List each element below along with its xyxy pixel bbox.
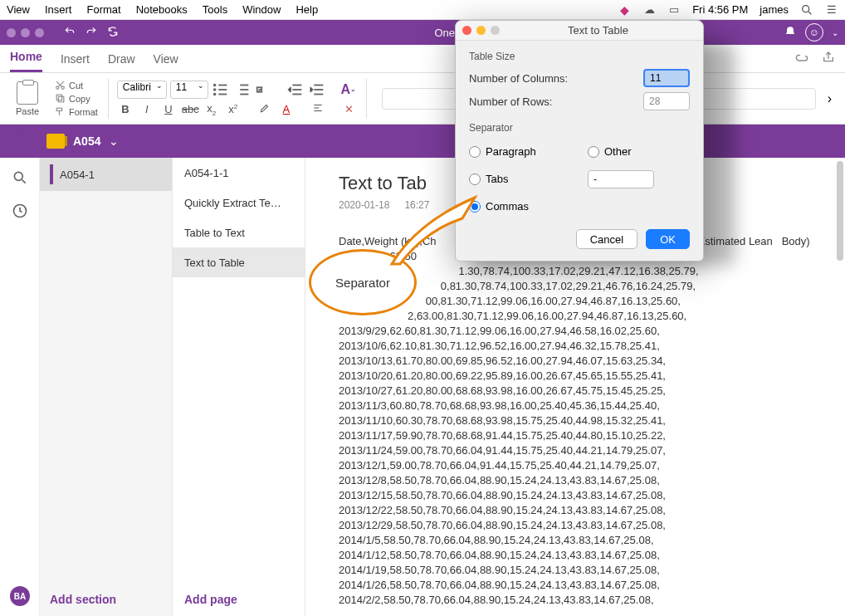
svg-rect-5 bbox=[56, 95, 62, 100]
dialog-window-controls[interactable] bbox=[462, 26, 500, 35]
font-name-select[interactable]: Calibri ⌄ bbox=[117, 81, 167, 99]
section-label: A054-1 bbox=[60, 169, 95, 181]
font-color-button[interactable]: A bbox=[278, 103, 295, 115]
add-section-button[interactable]: Add section bbox=[40, 583, 172, 616]
font-size-select[interactable]: 11 ⌄ bbox=[170, 81, 208, 99]
align-button[interactable] bbox=[310, 102, 326, 116]
avatar[interactable]: BA bbox=[10, 586, 30, 606]
page-item[interactable]: Table to Text bbox=[173, 218, 305, 247]
search-icon[interactable] bbox=[12, 169, 28, 189]
svg-line-1 bbox=[808, 12, 811, 14]
indent-button[interactable] bbox=[308, 81, 326, 98]
svg-point-28 bbox=[14, 172, 22, 180]
ribbon-overflow-icon[interactable]: › bbox=[821, 91, 838, 106]
clear-formatting-button[interactable]: ✕ bbox=[341, 103, 358, 115]
add-page-button[interactable]: Add page bbox=[173, 583, 305, 616]
menubar-user[interactable]: james bbox=[760, 3, 789, 16]
svg-point-0 bbox=[803, 5, 809, 12]
page-time: 16:27 bbox=[404, 199, 429, 211]
share-icon[interactable] bbox=[822, 51, 835, 67]
cut-button[interactable]: Cut bbox=[53, 79, 100, 91]
menu-tools[interactable]: Tools bbox=[203, 3, 227, 16]
svg-point-10 bbox=[214, 93, 216, 95]
page-item[interactable]: Text to Table bbox=[173, 247, 305, 277]
italic-button[interactable]: I bbox=[139, 103, 155, 115]
paste-button[interactable]: Paste bbox=[10, 81, 45, 116]
notebooks-icon[interactable] bbox=[12, 125, 28, 144]
outdent-button[interactable] bbox=[286, 81, 305, 98]
rows-label: Number of Rows: bbox=[469, 95, 552, 108]
text-to-table-dialog: Text to Table Table Size Number of Colum… bbox=[455, 20, 704, 262]
menu-notebooks[interactable]: Notebooks bbox=[136, 3, 188, 16]
copy-button[interactable]: Copy bbox=[53, 92, 100, 105]
ruby-icon[interactable]: ◆ bbox=[618, 3, 631, 17]
bullets-button[interactable] bbox=[212, 81, 230, 98]
svg-point-6 bbox=[214, 84, 216, 86]
menu-insert[interactable]: Insert bbox=[45, 3, 72, 16]
control-center-icon[interactable]: ☰ bbox=[825, 3, 838, 17]
separator-label: Separator bbox=[469, 122, 690, 134]
format-painter-button[interactable]: Format bbox=[53, 105, 100, 118]
chevron-down-icon[interactable]: ⌄ bbox=[109, 134, 119, 148]
tab-draw[interactable]: Draw bbox=[108, 46, 135, 72]
rows-input[interactable] bbox=[643, 92, 690, 110]
strike-button[interactable]: abc bbox=[182, 103, 198, 115]
menu-view[interactable]: View bbox=[7, 3, 30, 16]
cols-input[interactable] bbox=[643, 69, 690, 87]
scrollbar[interactable] bbox=[835, 158, 845, 616]
styles-button[interactable]: A⌄ bbox=[339, 81, 358, 98]
page-pane: A054-1-1 Quickly Extract Te… Table to Te… bbox=[173, 158, 305, 616]
spotlight-icon[interactable] bbox=[800, 3, 813, 17]
cancel-button[interactable]: Cancel bbox=[576, 229, 637, 249]
redo-icon[interactable] bbox=[85, 26, 97, 40]
svg-point-8 bbox=[214, 89, 216, 90]
macos-menubar: View Insert Format Notebooks Tools Windo… bbox=[0, 0, 845, 20]
radio-tabs[interactable]: Tabs bbox=[469, 173, 571, 185]
cols-label: Number of Columns: bbox=[469, 72, 568, 85]
dialog-title: Text to Table bbox=[500, 24, 696, 37]
superscript-button[interactable]: x2 bbox=[225, 103, 242, 115]
tab-insert[interactable]: Insert bbox=[61, 46, 90, 72]
format-label: Format bbox=[69, 107, 98, 117]
radio-other[interactable]: Other bbox=[588, 145, 690, 158]
menu-format[interactable]: Format bbox=[86, 3, 120, 16]
ok-button[interactable]: OK bbox=[646, 229, 690, 249]
paste-label: Paste bbox=[16, 106, 39, 116]
page-item[interactable]: A054-1-1 bbox=[173, 158, 305, 188]
copy-label: Copy bbox=[69, 94, 90, 104]
checklist-button[interactable] bbox=[255, 81, 273, 98]
cloud-icon[interactable]: ☁ bbox=[642, 3, 656, 17]
menubar-clock[interactable]: Fri 4:56 PM bbox=[692, 3, 748, 16]
underline-button[interactable]: U bbox=[160, 103, 177, 115]
notebook-name[interactable]: A054 bbox=[73, 134, 100, 148]
menu-window[interactable]: Window bbox=[242, 3, 281, 16]
undo-icon[interactable] bbox=[64, 26, 76, 40]
radio-commas[interactable]: Commas bbox=[469, 200, 571, 213]
page-body[interactable]: Date,Weight (kg),Ch m),Estimated Lean Bo… bbox=[339, 234, 845, 608]
chevron-down-icon[interactable]: ⌄ bbox=[832, 28, 838, 37]
tab-home[interactable]: Home bbox=[10, 43, 42, 72]
display-icon[interactable]: ▭ bbox=[667, 3, 681, 17]
sync-icon[interactable] bbox=[107, 26, 119, 40]
highlight-button[interactable] bbox=[256, 102, 273, 116]
app-titlebar: OneNote ☺ ⌄ bbox=[0, 20, 845, 45]
cloud-sync-icon[interactable] bbox=[795, 51, 808, 67]
notebook-icon bbox=[46, 134, 65, 149]
bell-icon[interactable] bbox=[784, 26, 797, 39]
window-controls[interactable] bbox=[7, 28, 44, 37]
radio-paragraph[interactable]: Paragraph bbox=[469, 145, 571, 158]
menu-help[interactable]: Help bbox=[296, 3, 318, 16]
svg-rect-25 bbox=[14, 127, 17, 138]
other-separator-input[interactable] bbox=[588, 170, 654, 188]
recent-icon[interactable] bbox=[12, 203, 28, 222]
feedback-icon[interactable]: ☺ bbox=[805, 23, 823, 42]
page-item[interactable]: Quickly Extract Te… bbox=[173, 188, 305, 218]
subscript-button[interactable]: x2 bbox=[203, 102, 220, 117]
dialog-titlebar[interactable]: Text to Table bbox=[456, 21, 703, 41]
nav-gutter: BA bbox=[0, 158, 40, 616]
bold-button[interactable]: B bbox=[117, 103, 134, 115]
tab-view[interactable]: View bbox=[154, 46, 178, 72]
numbering-button[interactable] bbox=[233, 81, 252, 98]
section-item[interactable]: A054-1 bbox=[40, 158, 172, 191]
svg-line-29 bbox=[22, 180, 25, 183]
